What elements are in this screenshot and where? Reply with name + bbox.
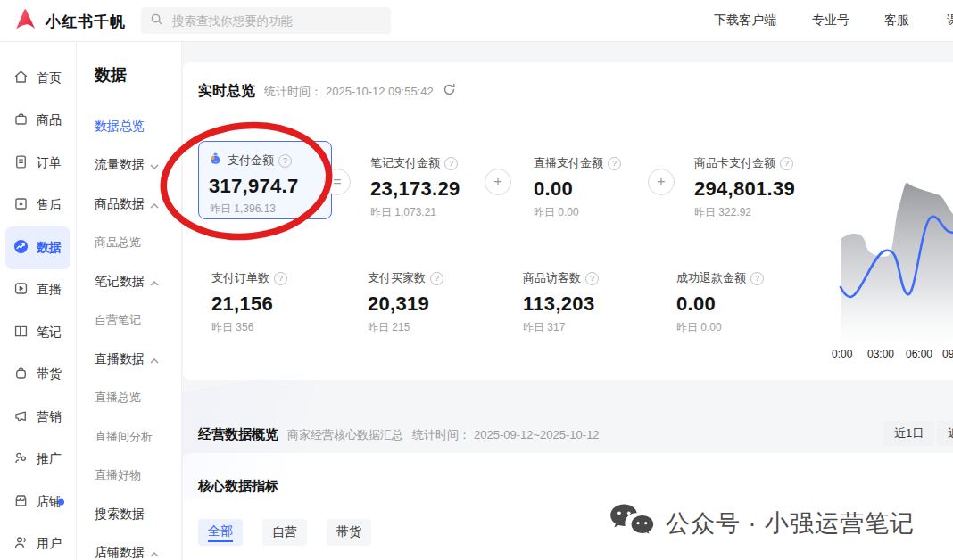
section-title: 经营数据概览 (198, 426, 278, 443)
realtime-trend-chart (828, 141, 953, 350)
help-icon[interactable]: ? (585, 272, 599, 285)
x-tick: 03:00 (867, 348, 894, 360)
sidebar-item-live[interactable]: 直播 (5, 269, 70, 312)
sidebar-item-promotion[interactable]: 推广 (5, 439, 70, 482)
submenu-title: 数据 (95, 64, 181, 86)
help-icon[interactable]: ? (444, 157, 458, 170)
search-box[interactable] (141, 7, 391, 34)
aftersale-icon (12, 195, 29, 215)
qianfan-dashboard: 小红书千帆 下载客户端 专业号 客服 课程 首页 商品 订单 (0, 0, 953, 560)
money-bag-icon (208, 152, 223, 169)
help-icon[interactable]: ? (278, 154, 292, 168)
goods-card-payment-metric: 商品卡支付金额? 294,801.39 昨日 322.92 (694, 155, 795, 220)
submenu-item-shop-data[interactable]: 店铺数据 (95, 534, 181, 560)
toplink-pro-account[interactable]: 专业号 (812, 12, 849, 29)
submenu-item-self-notes[interactable]: 自营笔记 (95, 301, 181, 341)
toplink-customer-service[interactable]: 客服 (884, 12, 909, 29)
submenu-item-live-overview[interactable]: 直播总览 (95, 379, 181, 418)
refresh-icon[interactable] (443, 83, 456, 100)
shop-notification-dot (58, 498, 64, 505)
sidebar-item-goods[interactable]: 商品 (5, 100, 70, 143)
users-icon (12, 534, 29, 554)
home-icon (12, 69, 29, 88)
qianfan-logo-icon (12, 6, 39, 37)
wechat-icon (609, 502, 655, 545)
plus-icon: + (485, 169, 511, 195)
realtime-overview-card: 实时总览 统计时间： 2025-10-12 09:55:42 (183, 62, 953, 380)
plus-icon: + (648, 169, 675, 195)
chevron-up-icon (150, 197, 159, 211)
help-icon[interactable]: ? (750, 272, 764, 285)
tab-carry-goods[interactable]: 带货 (327, 519, 371, 546)
x-tick: 06:00 (906, 348, 932, 360)
toplink-download-client[interactable]: 下载客户端 (714, 12, 776, 29)
chevron-up-icon (150, 546, 159, 560)
submenu-item-goods-overview[interactable]: 商品总览 (95, 224, 181, 263)
sidebar-item-notes[interactable]: 笔记 (5, 311, 70, 354)
sidebar-item-data[interactable]: 数据 (5, 226, 70, 269)
metric-value: 317,974.7 (209, 175, 299, 198)
submenu-item-live-room-analysis[interactable]: 直播间分析 (95, 417, 181, 457)
sidebar-item-users[interactable]: 用户 (5, 523, 70, 560)
live-play-icon (12, 280, 29, 300)
sidebar-item-orders[interactable]: 订单 (5, 142, 70, 185)
equals-icon: = (324, 169, 351, 195)
storefront-icon (12, 492, 29, 512)
brand-logo[interactable]: 小红书千帆 (12, 6, 126, 37)
notebook-icon (12, 323, 29, 342)
megaphone-icon (12, 408, 29, 427)
help-icon[interactable]: ? (608, 157, 621, 170)
data-chart-icon (12, 238, 29, 258)
shopping-bag-icon (12, 111, 29, 130)
tab-all[interactable]: 全部 (198, 519, 243, 546)
sidebar-item-carry-goods[interactable]: 带货 (5, 354, 70, 397)
range-button-1day[interactable]: 近1日 (883, 421, 934, 446)
stat-time-value: 2025-10-12 09:55:42 (326, 85, 434, 98)
range-button-7day[interactable]: 近7日 (937, 421, 953, 446)
x-tick: 09 (942, 348, 953, 360)
sidebar-item-shop[interactable]: 店铺 (5, 481, 70, 523)
section-date-range: 2025-09-12~2025-10-12 (474, 428, 600, 441)
goods-visitors-metric: 商品访客数? 113,203 昨日 317 (523, 270, 599, 335)
search-input[interactable] (170, 13, 382, 29)
watermark-text: 公众号 · 小强运营笔记 (666, 507, 915, 539)
toplink-course[interactable]: 课程 (947, 12, 953, 29)
primary-sidebar: 首页 商品 订单 售后 数据 直播 笔记 带货 (0, 41, 77, 560)
sidebar-item-aftersale[interactable]: 售后 (5, 185, 70, 227)
chevron-up-icon (150, 352, 159, 366)
chevron-down-icon (150, 158, 159, 172)
stat-time-label: 统计时间： (264, 84, 322, 100)
submenu-item-live-data[interactable]: 直播数据 (95, 340, 181, 379)
help-icon[interactable]: ? (274, 272, 287, 285)
section-subtitle: 商家经营核心数据汇总 (287, 427, 403, 443)
refund-amount-metric: 成功退款金额? 0.00 昨日 0.00 (676, 270, 764, 335)
submenu-item-goods-data[interactable]: 商品数据 (95, 185, 181, 224)
submenu-item-traffic-data[interactable]: 流量数据 (95, 146, 181, 185)
promotion-people-icon (12, 449, 29, 469)
topbar: 小红书千帆 下载客户端 专业号 客服 课程 (0, 0, 953, 42)
brand-name: 小红书千帆 (46, 12, 126, 32)
tab-self-operated[interactable]: 自营 (262, 519, 307, 546)
help-icon[interactable]: ? (430, 272, 443, 285)
submenu-item-data-overview[interactable]: 数据总览 (95, 107, 181, 146)
submenu-item-search-data[interactable]: 搜索数据 (95, 495, 181, 534)
search-icon (150, 12, 163, 29)
backpack-icon (12, 365, 29, 384)
submenu-item-note-data[interactable]: 笔记数据 (95, 262, 181, 301)
note-payment-metric: 笔记支付金额? 23,173.29 昨日 1,073.21 (370, 155, 460, 220)
payment-amount-card[interactable]: 支付金额 ? 317,974.7 昨日 1,396.13 (198, 141, 332, 219)
metric-label: 支付金额 (228, 152, 274, 169)
sidebar-item-home[interactable]: 首页 (5, 57, 70, 100)
live-payment-metric: 直播支付金额? 0.00 昨日 0.00 (534, 155, 621, 220)
section-time-label: 统计时间： (412, 427, 470, 443)
paid-buyers-metric: 支付买家数? 20,319 昨日 215 (368, 270, 443, 335)
order-list-icon (12, 153, 29, 173)
data-submenu: 数据 数据总览 流量数据 商品数据 商品总览 笔记数据 自营笔记 直播数据 直播… (77, 41, 182, 560)
submenu-item-live-goods[interactable]: 直播好物 (95, 457, 181, 496)
business-overview-header: 经营数据概览 商家经营核心数据汇总 统计时间： 2025-09-12~2025-… (198, 426, 600, 443)
sidebar-item-marketing[interactable]: 营销 (5, 396, 70, 439)
realtime-title: 实时总览 (198, 82, 255, 101)
help-icon[interactable]: ? (780, 157, 793, 170)
wechat-watermark: 公众号 · 小强运营笔记 (609, 502, 915, 545)
chevron-up-icon (150, 275, 159, 289)
